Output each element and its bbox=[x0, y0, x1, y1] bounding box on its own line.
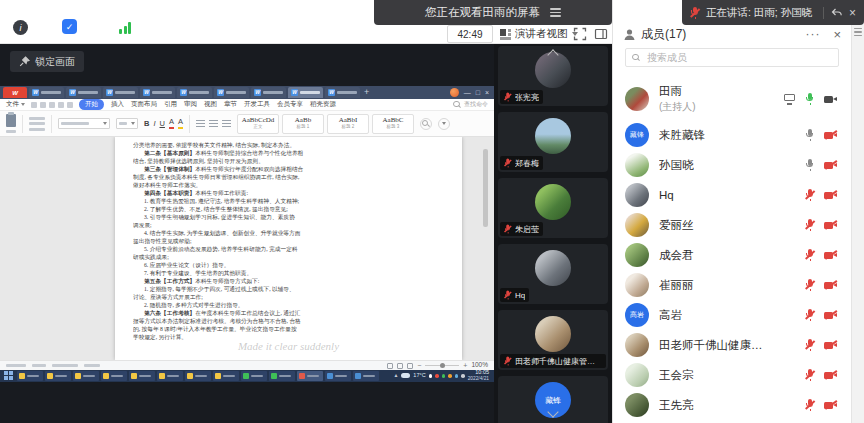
find-command[interactable]: 查找命令 bbox=[453, 100, 488, 109]
style-card[interactable]: AaBbC标题 3 bbox=[372, 114, 414, 134]
ribbon-tab[interactable]: 会员专享 bbox=[277, 100, 303, 109]
format-button[interactable]: A bbox=[178, 118, 183, 129]
style-card[interactable]: AaBbI标题 2 bbox=[327, 114, 369, 134]
member-row[interactable]: 爱丽丝 bbox=[613, 210, 851, 240]
taskbar-item[interactable] bbox=[129, 371, 155, 381]
tray-icon[interactable] bbox=[442, 374, 446, 378]
taskbar-item[interactable] bbox=[269, 371, 295, 381]
zoom-out-button[interactable]: − bbox=[417, 362, 421, 369]
ribbon-tab[interactable]: 开发工具 bbox=[244, 100, 270, 109]
reply-arrow-icon[interactable] bbox=[830, 6, 843, 19]
format-button[interactable]: A bbox=[169, 118, 174, 129]
document-tab[interactable]: W bbox=[177, 87, 212, 98]
tray-icon[interactable] bbox=[455, 374, 459, 378]
minimize-icon[interactable]: — bbox=[464, 89, 471, 96]
document-tab[interactable]: W bbox=[288, 87, 323, 98]
document-tab[interactable]: W bbox=[103, 87, 138, 98]
ribbon-tab[interactable]: 视图 bbox=[204, 100, 217, 109]
window-close-icon[interactable]: × bbox=[485, 89, 489, 96]
select-button[interactable] bbox=[438, 118, 450, 130]
member-row[interactable]: 王会宗 bbox=[613, 360, 851, 390]
mic-icon[interactable] bbox=[805, 129, 815, 141]
ribbon-tab[interactable]: 审阅 bbox=[184, 100, 197, 109]
taskbar-item[interactable] bbox=[157, 371, 183, 381]
taskbar-item[interactable] bbox=[353, 371, 379, 381]
more-options-icon[interactable]: ··· bbox=[805, 28, 820, 40]
font-name-select[interactable] bbox=[58, 118, 110, 129]
style-card[interactable]: AaBb标题 1 bbox=[282, 114, 324, 134]
member-row[interactable]: 田老师千佛山健康管理师 bbox=[613, 330, 851, 360]
mic-icon[interactable] bbox=[805, 219, 815, 231]
panel-menu-icon[interactable] bbox=[854, 28, 862, 36]
mic-icon[interactable] bbox=[805, 159, 815, 171]
member-row[interactable]: 孙国晓 bbox=[613, 150, 851, 180]
member-row[interactable]: 崔丽丽 bbox=[613, 270, 851, 300]
tray-expand-icon[interactable]: ▲ bbox=[393, 373, 398, 378]
ribbon-tab[interactable]: 稻壳资源 bbox=[310, 100, 336, 109]
mic-icon[interactable] bbox=[805, 249, 815, 261]
taskbar-item[interactable] bbox=[45, 371, 71, 381]
lock-view-button[interactable]: 锁定画面 bbox=[10, 51, 84, 72]
member-row[interactable]: Hq bbox=[613, 180, 851, 210]
view-icon[interactable] bbox=[407, 363, 413, 369]
paragraph-group[interactable] bbox=[196, 120, 231, 128]
format-button[interactable]: I bbox=[153, 120, 155, 129]
taskbar-item[interactable] bbox=[297, 371, 323, 381]
format-button[interactable]: B bbox=[144, 120, 149, 129]
paste-button[interactable] bbox=[6, 114, 16, 133]
panel-close-icon[interactable]: × bbox=[833, 28, 841, 41]
document-tab[interactable]: W bbox=[325, 87, 360, 98]
ribbon-tab[interactable]: 章节 bbox=[224, 100, 237, 109]
taskbar-item[interactable] bbox=[241, 371, 267, 381]
zoom-in-button[interactable]: + bbox=[463, 362, 467, 369]
layout-toggle-button[interactable] bbox=[594, 27, 608, 41]
camera-icon[interactable] bbox=[824, 280, 837, 290]
scrollbar-thumb[interactable] bbox=[483, 149, 488, 227]
format-button[interactable]: U bbox=[160, 120, 165, 129]
security-shield-icon[interactable]: ✓ bbox=[62, 19, 77, 34]
camera-icon[interactable] bbox=[824, 400, 837, 410]
camera-icon[interactable] bbox=[824, 250, 837, 260]
document-tab[interactable]: W bbox=[251, 87, 286, 98]
camera-icon[interactable] bbox=[824, 370, 837, 380]
start-button[interactable] bbox=[3, 371, 15, 381]
mic-icon[interactable] bbox=[805, 369, 815, 381]
tray-icon[interactable] bbox=[429, 374, 433, 378]
wps-home-tab[interactable]: W bbox=[3, 87, 27, 98]
document-tab[interactable]: W bbox=[140, 87, 175, 98]
member-row[interactable]: 王先亮 bbox=[613, 390, 851, 420]
view-mode-button[interactable]: 演讲者视图 bbox=[500, 24, 578, 44]
taskbar-item[interactable] bbox=[73, 371, 99, 381]
taskbar-clock[interactable]: 10:052022/4/21 bbox=[468, 370, 489, 381]
ribbon-tab[interactable]: 开始 bbox=[79, 99, 104, 110]
meeting-info-icon[interactable]: i bbox=[13, 20, 28, 35]
quick-access-icons[interactable] bbox=[31, 102, 73, 108]
banner-close-icon[interactable]: × bbox=[849, 7, 856, 19]
video-tile[interactable]: 郑春梅 bbox=[498, 112, 608, 172]
taskbar-item[interactable] bbox=[185, 371, 211, 381]
camera-icon[interactable] bbox=[824, 160, 837, 170]
view-icon[interactable] bbox=[397, 363, 403, 369]
camera-icon[interactable] bbox=[824, 310, 837, 320]
video-tile[interactable]: 田老师千佛山健康管理师 bbox=[498, 310, 608, 370]
member-row[interactable]: 高岩 高岩 bbox=[613, 300, 851, 330]
member-row[interactable]: 成会君 bbox=[613, 240, 851, 270]
mic-icon[interactable] bbox=[805, 339, 815, 351]
member-row[interactable]: 藏锋 来胜藏锋 bbox=[613, 120, 851, 150]
video-tile[interactable]: Hq bbox=[498, 244, 608, 304]
zoom-slider[interactable] bbox=[425, 365, 459, 367]
font-size-select[interactable] bbox=[116, 118, 138, 129]
document-tab[interactable]: W bbox=[214, 87, 249, 98]
mic-icon[interactable] bbox=[805, 309, 815, 321]
taskbar-item[interactable] bbox=[101, 371, 127, 381]
document-tab[interactable]: W bbox=[66, 87, 101, 98]
camera-icon[interactable] bbox=[824, 340, 837, 350]
wps-account-avatar[interactable] bbox=[450, 88, 459, 97]
member-row[interactable]: 田雨 (主持人) bbox=[613, 78, 851, 120]
camera-icon[interactable] bbox=[824, 130, 837, 140]
maximize-icon[interactable]: □ bbox=[476, 89, 480, 96]
new-tab-button[interactable]: + bbox=[364, 88, 369, 97]
clipboard-group[interactable] bbox=[29, 117, 45, 131]
file-menu[interactable]: 文件 bbox=[6, 100, 25, 109]
mic-icon[interactable] bbox=[805, 93, 815, 105]
